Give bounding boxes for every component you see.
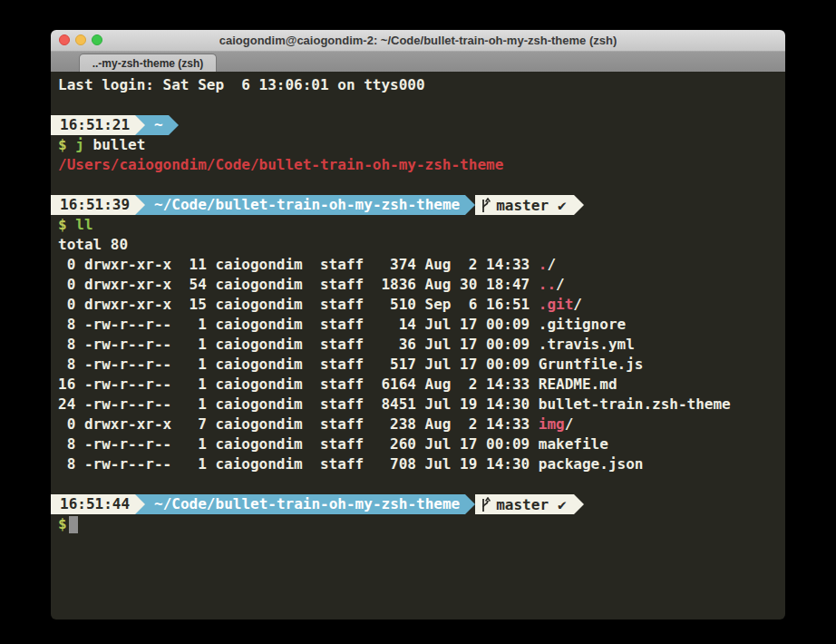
close-button[interactable] [59,34,70,45]
ls-row: 8 -rw-r--r-- 1 caiogondim staff 260 Jul … [58,434,785,454]
ls-total-line: total 80 [58,235,785,255]
ls-row: 24 -rw-r--r-- 1 caiogondim staff 8451 Ju… [58,395,785,415]
last-login-line: Last login: Sat Sep 6 13:06:01 on ttys00… [58,75,785,95]
ls-file-name: / [573,296,582,313]
git-clean-check-icon: ✔ [558,197,567,214]
ls-row: 16 -rw-r--r-- 1 caiogondim staff 6164 Au… [58,375,785,395]
ls-row-meta: 0 drwxr-xr-x 15 caiogondim staff 510 Sep… [58,296,539,313]
ls-file-name: / [547,256,556,273]
prompt-time: 16:51:21 [51,115,135,135]
ls-file-name: / [565,415,574,433]
ls-file-name: / [556,276,565,293]
ls-row-meta: 8 -rw-r--r-- 1 caiogondim staff 14 Jul 1… [58,316,539,333]
command-line-2: $ ll [58,215,785,235]
ls-row-meta: 8 -rw-r--r-- 1 caiogondim staff 708 Jul … [58,455,539,473]
ls-row: 8 -rw-r--r-- 1 caiogondim staff 708 Jul … [58,454,785,474]
traffic-lights [59,34,102,45]
ls-file-name: package.json [539,455,644,473]
powerline-arrow-icon [135,494,145,514]
powerline-arrow-icon [135,195,145,215]
prompt-char: $ [58,216,67,233]
ls-dir-name: img [539,415,565,433]
powerline-arrow-icon [574,494,584,514]
prompt-time: 16:51:44 [51,494,135,514]
ls-dir-name: .git [539,296,574,313]
tab-bar: ..-my-zsh-theme (zsh) [51,52,785,72]
prompt-line-3: 16:51:44 ~/Code/bullet-train-oh-my-zsh-t… [51,494,785,514]
terminal-tab[interactable]: ..-my-zsh-theme (zsh) [79,54,217,72]
prompt-path: ~/Code/bullet-train-oh-my-zsh-theme [145,195,465,215]
ls-file-name: .gitignore [539,316,626,333]
git-status-segment: master ✔ [475,195,573,215]
ls-file-name: README.md [539,376,617,393]
ls-row-meta: 0 drwxr-xr-x 54 caiogondim staff 1836 Au… [58,276,539,293]
ls-dir-name: .. [539,276,556,293]
prompt-line-1: 16:51:21 ~ [51,115,785,135]
ls-dir-name: . [539,256,548,273]
ls-row-meta: 0 drwxr-xr-x 11 caiogondim staff 374 Aug… [58,256,539,273]
git-branch-name: master [496,496,549,513]
prompt-path: ~ [145,115,169,135]
ls-row-meta: 8 -rw-r--r-- 1 caiogondim staff 36 Jul 1… [58,336,539,353]
ls-row-meta: 8 -rw-r--r-- 1 caiogondim staff 517 Jul … [58,356,539,373]
powerline-arrow-icon [135,115,145,135]
terminal-content[interactable]: Last login: Sat Sep 6 13:06:01 on ttys00… [51,72,785,620]
powerline-arrow-icon [574,195,584,215]
prompt-time: 16:51:39 [51,195,135,215]
ls-row: 0 drwxr-xr-x 7 caiogondim staff 238 Aug … [58,415,785,434]
prompt-path: ~/Code/bullet-train-oh-my-zsh-theme [145,494,465,514]
ls-row-meta: 16 -rw-r--r-- 1 caiogondim staff 6164 Au… [58,376,539,393]
ls-row: 8 -rw-r--r-- 1 caiogondim staff 517 Jul … [58,355,785,375]
ls-row: 0 drwxr-xr-x 54 caiogondim staff 1836 Au… [58,275,785,295]
window-title: caiogondim@caiogondim-2: ~/Code/bullet-t… [219,34,617,47]
command-arg: bullet [84,136,145,153]
ls-file-name: bullet-train.zsh-theme [539,395,731,413]
command-input-line[interactable]: $ [58,514,785,534]
git-status-segment: master ✔ [475,494,573,514]
terminal-window: caiogondim@caiogondim-2: ~/Code/bullet-t… [51,30,785,620]
prompt-line-2: 16:51:39 ~/Code/bullet-train-oh-my-zsh-t… [51,195,785,215]
minimize-button[interactable] [75,34,86,45]
git-branch-icon [481,497,491,512]
git-clean-check-icon: ✔ [558,496,567,513]
ls-file-name: .travis.yml [539,336,635,353]
ls-row: 0 drwxr-xr-x 15 caiogondim staff 510 Sep… [58,295,785,315]
ls-file-name: makefile [539,435,608,453]
powerline-arrow-icon [169,115,179,135]
prompt-char: $ [58,515,67,532]
powerline-arrow-icon [465,494,475,514]
ls-row: 0 drwxr-xr-x 11 caiogondim staff 374 Aug… [58,255,785,275]
git-branch-icon [481,198,491,213]
command-name: j [67,136,84,153]
ls-row: 8 -rw-r--r-- 1 caiogondim staff 36 Jul 1… [58,335,785,355]
ls-file-name: Gruntfile.js [539,356,644,373]
command-name: ll [67,216,93,233]
prompt-char: $ [58,136,67,153]
zoom-button[interactable] [92,34,102,45]
git-branch-name: master [496,197,549,214]
ls-row-meta: 0 drwxr-xr-x 7 caiogondim staff 238 Aug … [58,415,539,433]
command-line-1: $ j bullet [58,135,785,155]
ls-row-meta: 8 -rw-r--r-- 1 caiogondim staff 260 Jul … [58,435,539,453]
terminal-cursor [69,516,78,533]
ls-row: 8 -rw-r--r-- 1 caiogondim staff 14 Jul 1… [58,315,785,335]
powerline-arrow-icon [465,195,475,215]
title-bar[interactable]: caiogondim@caiogondim-2: ~/Code/bullet-t… [51,30,785,52]
command-output-path: /Users/caiogondim/Code/bullet-train-oh-m… [58,155,785,175]
ls-row-meta: 24 -rw-r--r-- 1 caiogondim staff 8451 Ju… [58,395,539,413]
